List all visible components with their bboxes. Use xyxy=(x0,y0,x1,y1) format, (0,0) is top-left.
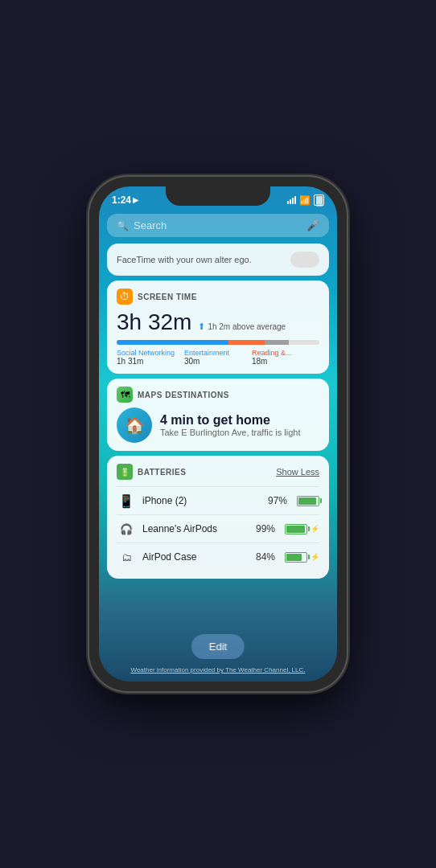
breakdown-social: Social Networking 1h 31m xyxy=(117,349,184,366)
breakdown-reading-label: Reading &... xyxy=(252,349,319,357)
screen-time-icon: ⏱ xyxy=(117,289,133,305)
airpod-case-battery-fill xyxy=(286,554,302,561)
airpod-case-battery-body xyxy=(285,552,307,563)
facetime-text: FaceTime with your own alter ego. xyxy=(117,255,290,264)
maps-direction: Take E Burlington Ave, traffic is light xyxy=(160,428,319,437)
breakdown-entertainment: Entertainment 30m xyxy=(184,349,252,366)
battery-item-airpods: 🎧 Leanne's AirPods 99% ⚡ xyxy=(117,514,319,542)
maps-title: MAPS DESTINATIONS xyxy=(138,391,229,399)
signal-bar-3 xyxy=(292,198,294,204)
maps-time: 4 min to get home xyxy=(160,413,319,428)
signal-bar-1 xyxy=(287,201,289,204)
microphone-icon[interactable]: 🎤 xyxy=(306,219,319,231)
breakdown-reading: Reading &... 18m xyxy=(252,349,319,366)
screen-time-main: 3h 32m ⬆ 1h 2m above average xyxy=(117,309,319,335)
maps-icon: 🗺 xyxy=(117,387,133,403)
screen-time-card: ⏱ SCREEN TIME 3h 32m ⬆ 1h 2m above avera… xyxy=(107,280,329,374)
airpod-case-icon: 🗂 xyxy=(117,547,136,567)
phone-frame: 1:24 ▶ 📶 ▓ 🔍 Search 🎤 xyxy=(89,177,347,691)
airpods-charge-icon: ⚡ xyxy=(311,525,319,533)
breakdown-social-label: Social Networking xyxy=(117,349,184,357)
maps-info: 4 min to get home Take E Burlington Ave,… xyxy=(160,413,319,437)
iphone-battery-level: 97% xyxy=(268,495,287,506)
airpod-case-battery-indicator: ⚡ xyxy=(285,552,319,563)
phone-screen: 1:24 ▶ 📶 ▓ 🔍 Search 🎤 xyxy=(99,186,337,682)
airpods-icon: 🎧 xyxy=(117,519,136,538)
wifi-icon: 📶 xyxy=(299,195,311,206)
home-icon: 🏠 xyxy=(117,407,152,443)
screen-time-value: 3h 32m xyxy=(117,309,191,335)
location-icon: ▶ xyxy=(133,196,138,204)
breakdown-reading-time: 18m xyxy=(252,357,319,366)
battery-icon: ▓ xyxy=(314,194,324,206)
status-time: 1:24 ▶ xyxy=(112,194,138,206)
batteries-title: BATTERIES xyxy=(138,468,186,477)
search-bar[interactable]: 🔍 Search 🎤 xyxy=(107,214,329,237)
search-placeholder: Search xyxy=(134,219,302,231)
notch xyxy=(166,186,270,206)
content-area: 🔍 Search 🎤 FaceTime with your own alter … xyxy=(99,209,337,682)
airpod-case-charge-icon: ⚡ xyxy=(311,553,319,561)
weather-footer: Weather information provided by The Weat… xyxy=(99,666,337,674)
avg-text: 1h 2m above average xyxy=(208,322,286,331)
airpod-case-battery-level: 84% xyxy=(256,551,275,563)
maps-header: 🗺 MAPS DESTINATIONS xyxy=(117,387,319,403)
iphone-battery-indicator xyxy=(297,496,319,506)
airpod-case-name: AirPod Case xyxy=(142,551,249,563)
edit-button[interactable]: Edit xyxy=(191,634,245,659)
iphone-icon: 📱 xyxy=(117,491,136,510)
maps-content: 🏠 4 min to get home Take E Burlington Av… xyxy=(117,407,319,443)
airpods-battery-level: 99% xyxy=(256,523,275,534)
avg-arrow: ⬆ xyxy=(198,321,205,332)
time-display: 1:24 xyxy=(112,194,131,206)
airpods-battery-fill xyxy=(286,526,305,533)
screen-time-header: ⏱ SCREEN TIME xyxy=(117,289,319,305)
status-icons: 📶 ▓ xyxy=(287,194,324,206)
airpods-battery-body xyxy=(285,524,307,534)
search-icon: 🔍 xyxy=(117,220,129,231)
progress-bar xyxy=(117,340,319,345)
breakdown-social-time: 1h 31m xyxy=(117,357,184,366)
iphone-battery-body xyxy=(297,496,319,506)
signal-bar-4 xyxy=(294,196,296,204)
show-less-button[interactable]: Show Less xyxy=(276,467,319,477)
battery-item-airpod-case: 🗂 AirPod Case 84% ⚡ xyxy=(117,542,319,571)
battery-item-iphone: 📱 iPhone (2) 97% xyxy=(117,486,319,514)
facetime-card: FaceTime with your own alter ego. xyxy=(107,244,329,276)
batteries-header-left: 🔋 BATTERIES xyxy=(117,464,186,480)
screen-time-title: SCREEN TIME xyxy=(138,293,197,301)
iphone-battery-fill xyxy=(298,497,316,505)
segment-reading xyxy=(265,340,289,345)
maps-card: 🗺 MAPS DESTINATIONS 🏠 4 min to get home … xyxy=(107,379,329,451)
breakdown-entertainment-label: Entertainment xyxy=(184,349,252,357)
breakdown-entertainment-time: 30m xyxy=(184,357,252,366)
airpods-name: Leanne's AirPods xyxy=(142,523,249,534)
screen-time-breakdown: Social Networking 1h 31m Entertainment 3… xyxy=(117,349,319,366)
iphone-name: iPhone (2) xyxy=(142,495,261,506)
screen-time-average: ⬆ 1h 2m above average xyxy=(198,321,286,332)
batteries-card: 🔋 BATTERIES Show Less 📱 iPhone (2) 97% xyxy=(107,456,329,579)
signal-bar-2 xyxy=(290,199,291,204)
airpods-battery-indicator: ⚡ xyxy=(285,524,319,534)
battery-header-icon: 🔋 xyxy=(117,464,133,480)
segment-entertainment xyxy=(228,340,265,345)
weather-link[interactable]: Weather xyxy=(130,666,154,674)
segment-social xyxy=(117,340,228,345)
footer-suffix: information provided by The Weather Chan… xyxy=(155,666,306,674)
batteries-header: 🔋 BATTERIES Show Less xyxy=(117,464,319,480)
facetime-toggle[interactable] xyxy=(290,252,319,268)
signal-bars xyxy=(287,196,296,204)
